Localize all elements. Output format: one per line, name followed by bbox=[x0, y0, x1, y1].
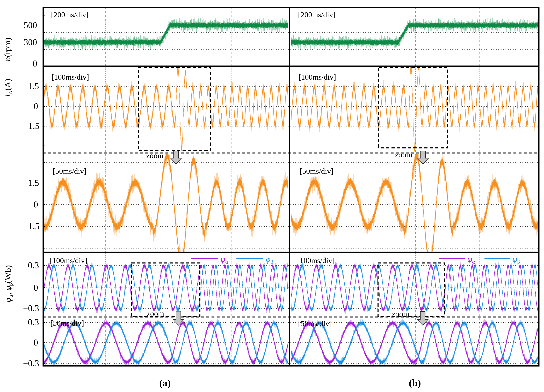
caption-column-a: (a) bbox=[159, 378, 171, 388]
caption-column-b: (b) bbox=[409, 378, 421, 388]
figure-page: { "captions": { "a": "(a)", "b": "(b)" }… bbox=[0, 0, 544, 392]
waveform-canvas bbox=[0, 0, 544, 392]
